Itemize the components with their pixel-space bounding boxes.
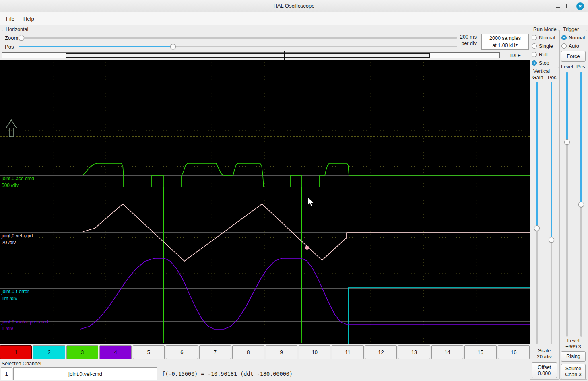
- trigger-position-marker: [284, 51, 285, 60]
- capture-status: IDLE: [502, 52, 529, 58]
- close-button[interactable]: ✕: [576, 2, 584, 10]
- menu-help[interactable]: Help: [19, 14, 39, 24]
- channel-button-8[interactable]: 8: [232, 345, 264, 359]
- trigger-pos-column-label: Pos: [576, 64, 585, 70]
- selected-channel-name[interactable]: joint.0.vel-cmd: [13, 367, 157, 380]
- menu-file[interactable]: File: [2, 14, 19, 24]
- trigger-source-button[interactable]: Source Chan 3: [561, 364, 586, 379]
- radio-option-normal[interactable]: Normal: [560, 33, 587, 42]
- channel-button-13[interactable]: 13: [398, 345, 430, 359]
- sample-marker: [305, 246, 309, 250]
- gain-slider-handle[interactable]: [534, 225, 540, 231]
- scope-display[interactable]: joint.0.acc-cmd500 /divjoint.0.vel-cmd20…: [0, 60, 530, 344]
- minimize-button[interactable]: [555, 4, 560, 8]
- trigger-edge-button[interactable]: Rising: [561, 351, 586, 362]
- channel-buttons-bar: 12345678910111213141516: [0, 345, 530, 359]
- trace-label-joint.0.motor-pos-cmd: joint.0.motor-pos-cmd: [1, 319, 48, 325]
- pos-slider-track: [19, 46, 457, 47]
- hal-oscilloscope-window: HAL Oscilloscope ✕ File Help Horizontal …: [0, 0, 588, 381]
- channel-button-2[interactable]: 2: [33, 345, 65, 359]
- radio-option-auto[interactable]: Auto: [560, 42, 587, 50]
- trace-joint.0.acc-cmd: [83, 163, 530, 343]
- radio-selected-icon[interactable]: [561, 35, 567, 40]
- trigger-level-handle[interactable]: [564, 139, 570, 145]
- channel-button-10[interactable]: 10: [299, 345, 330, 359]
- window-controls: ✕: [555, 0, 584, 12]
- radio-option-label: Roll: [539, 52, 548, 58]
- gain-slider[interactable]: [534, 82, 540, 344]
- trigger-pos-handle[interactable]: [578, 202, 584, 207]
- record-preview-bar[interactable]: [2, 52, 500, 58]
- trace-scale-joint.0.acc-cmd: 500 /div: [2, 183, 19, 188]
- channel-button-3[interactable]: 3: [66, 345, 98, 359]
- channel-button-1[interactable]: 1: [0, 345, 32, 359]
- scale-label: Scale: [530, 348, 559, 354]
- trigger-mode-options: NormalAuto: [560, 30, 587, 50]
- trace-label-joint.0.vel-cmd: joint.0.vel-cmd: [1, 233, 33, 239]
- vertical-pos-fill: [551, 82, 552, 240]
- radio-icon[interactable]: [561, 43, 567, 49]
- trace-joint.0.motor-pos-cmd: [80, 258, 530, 329]
- trigger-source-value: Chan 3: [565, 372, 581, 378]
- zoom-slider-handle[interactable]: [19, 35, 24, 41]
- trigger-panel: Trigger NormalAuto Force Level Pos Level…: [559, 30, 587, 380]
- horizontal-panel: Horizontal Zoom Pos 200 ms per div: [2, 30, 479, 51]
- radio-option-stop[interactable]: Stop: [530, 59, 559, 67]
- pos-slider[interactable]: [19, 44, 457, 49]
- vertical-pos-handle[interactable]: [549, 237, 554, 243]
- trigger-level-fill: [566, 72, 568, 142]
- radio-option-label: Normal: [569, 35, 585, 41]
- channel-button-9[interactable]: 9: [266, 345, 297, 359]
- vertical-frame-label: Vertical: [532, 68, 551, 74]
- offset-button[interactable]: Offset 0.000: [532, 362, 557, 378]
- sample-rate: at 1.00 kHz: [482, 42, 528, 49]
- channel-button-14[interactable]: 14: [431, 345, 463, 359]
- channel-button-6[interactable]: 6: [166, 345, 198, 359]
- zoom-slider[interactable]: [19, 35, 457, 41]
- radio-option-normal[interactable]: Normal: [530, 33, 559, 42]
- radio-option-single[interactable]: Single: [530, 42, 559, 50]
- radio-option-label: Auto: [569, 43, 579, 49]
- radio-icon[interactable]: [532, 35, 537, 40]
- gain-slider-fill: [536, 82, 538, 228]
- trace-label-joint.0.f-error: joint.0.f-error: [1, 289, 29, 295]
- radio-icon[interactable]: [532, 43, 537, 49]
- maximize-button[interactable]: [566, 4, 570, 8]
- trace-scale-joint.0.motor-pos-cmd: 1 /div: [2, 326, 13, 332]
- pos-slider-handle[interactable]: [170, 44, 176, 49]
- channel-button-5[interactable]: 5: [133, 345, 165, 359]
- trace-scale-joint.0.f-error: 1m /div: [2, 296, 17, 301]
- channel-value-readout: f(-0.15600) = -10.90181 (ddt -180.00000): [162, 367, 293, 380]
- mouse-cursor: [308, 197, 314, 206]
- trigger-pos-fill: [580, 72, 582, 204]
- radio-icon[interactable]: [532, 52, 537, 57]
- channel-button-16[interactable]: 16: [498, 345, 530, 359]
- samples-info-box: 2000 samples at 1.00 kHz: [481, 34, 529, 50]
- zoom-slider-track: [19, 37, 457, 39]
- offset-value: 0.000: [538, 371, 551, 377]
- trigger-pos-slider[interactable]: [578, 72, 584, 337]
- zoom-label: Zoom: [5, 35, 18, 41]
- window-title: HAL Oscilloscope: [273, 3, 314, 9]
- radio-option-roll[interactable]: Roll: [530, 50, 559, 59]
- channel-button-15[interactable]: 15: [464, 345, 496, 359]
- preview-visible-window[interactable]: [66, 53, 430, 58]
- time-per-div: 200 ms per div: [460, 34, 477, 47]
- channel-button-7[interactable]: 7: [199, 345, 231, 359]
- time-per-div-unit: per div: [460, 40, 477, 47]
- pos-label: Pos: [5, 44, 14, 50]
- run-mode-panel: Run Mode NormalSingleRollStop: [530, 30, 559, 68]
- channel-button-12[interactable]: 12: [365, 345, 397, 359]
- trace-label-joint.0.acc-cmd: joint.0.acc-cmd: [1, 176, 34, 181]
- force-button[interactable]: Force: [561, 51, 586, 62]
- vertical-scale-readout: Scale 20 /div: [530, 348, 559, 360]
- vertical-pos-slider[interactable]: [549, 82, 554, 344]
- channel-button-4[interactable]: 4: [99, 345, 131, 359]
- radio-option-label: Normal: [539, 35, 555, 41]
- channel-button-11[interactable]: 11: [332, 345, 363, 359]
- radio-option-label: Stop: [539, 60, 549, 66]
- trigger-level-slider[interactable]: [564, 72, 570, 337]
- radio-selected-icon[interactable]: [532, 60, 537, 66]
- selected-channel-number: 1: [1, 367, 12, 380]
- run-mode-options: NormalSingleRollStop: [530, 30, 559, 67]
